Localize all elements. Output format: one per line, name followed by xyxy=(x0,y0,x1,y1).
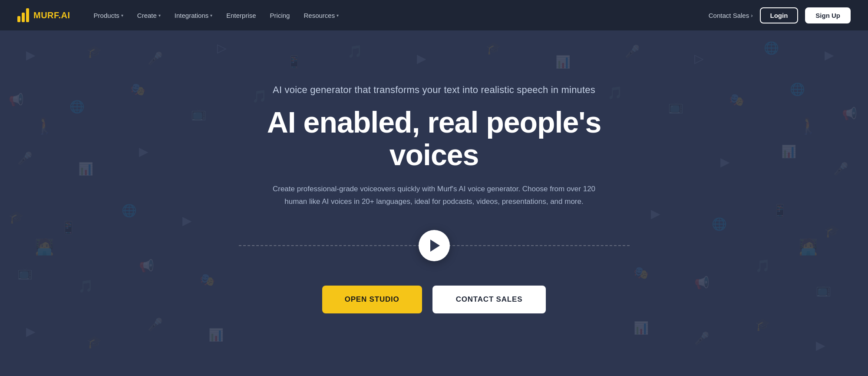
bg-icon: 🌐 xyxy=(790,82,805,96)
nav-item-products[interactable]: Products ▾ xyxy=(88,8,129,23)
logo[interactable]: MURF.AI xyxy=(17,8,70,22)
bg-icon: 📢 xyxy=(9,93,24,107)
bg-icon: 📊 xyxy=(634,321,649,335)
bg-icon: 🎤 xyxy=(694,331,710,346)
bg-icon: 🎵 xyxy=(78,279,93,293)
logo-bar-1 xyxy=(17,16,20,22)
bg-icon: 🌐 xyxy=(764,41,779,55)
bg-icon: 📢 xyxy=(139,259,154,273)
bg-icon: 🎓 xyxy=(755,317,770,332)
chevron-down-icon: ▾ xyxy=(210,13,212,18)
bg-icon: ▶ xyxy=(816,338,825,353)
play-button[interactable] xyxy=(419,230,450,261)
bg-icon: 🎤 xyxy=(17,151,33,166)
bg-icon: 📢 xyxy=(842,106,857,121)
bg-icon: 🎭 xyxy=(130,82,145,96)
logo-text: MURF.AI xyxy=(33,10,70,20)
bg-icon: 🌐 xyxy=(712,217,727,231)
chevron-down-icon: ▾ xyxy=(121,13,123,18)
hero-section: ▶ 🎓 🎤 ▷ 📱 🎵 ▶ 🎓 📊 🎤 ▷ 🌐 ▶ 📢 🌐 🎭 📺 🎵 🎵 📺 … xyxy=(0,30,868,376)
logo-bar-3 xyxy=(26,8,29,22)
bg-icon: 📺 xyxy=(816,283,831,297)
bg-icon: 🌐 xyxy=(122,203,137,218)
nav-item-create[interactable]: Create ▾ xyxy=(131,8,167,23)
nav-item-enterprise[interactable]: Enterprise xyxy=(220,8,262,23)
bg-icon: 🎓 xyxy=(9,210,24,224)
bg-icon: 📺 xyxy=(191,106,206,121)
bg-icon: 📺 xyxy=(17,266,33,280)
bg-icon: 🎤 xyxy=(148,51,163,66)
bg-icon: 📺 xyxy=(668,100,683,114)
bg-icon: 🚶 xyxy=(35,117,54,135)
play-area xyxy=(239,230,630,261)
bg-icon: 🎓 xyxy=(87,44,102,59)
bg-icon: 📊 xyxy=(781,144,796,159)
hero-title: AI enabled, real people's voices xyxy=(239,106,630,171)
bg-icon: 🎤 xyxy=(625,44,640,59)
hero-tagline: AI voice generator that transforms your … xyxy=(239,84,630,96)
bg-icon: 🧑‍💻 xyxy=(799,238,818,256)
bg-icon: 🚶 xyxy=(799,117,818,135)
nav-links: Products ▾ Create ▾ Integrations ▾ Enter… xyxy=(88,8,709,23)
bg-icon: ▶ xyxy=(825,48,834,62)
bg-icon: 🧑‍💻 xyxy=(35,238,54,256)
logo-bar-2 xyxy=(22,13,25,22)
bg-icon: 📢 xyxy=(694,276,710,290)
nav-item-integrations[interactable]: Integrations ▾ xyxy=(168,8,218,23)
nav-item-pricing[interactable]: Pricing xyxy=(264,8,296,23)
bg-icon: ▶ xyxy=(417,51,426,66)
bg-icon: 📱 xyxy=(61,220,76,235)
bg-icon: ▶ xyxy=(26,324,36,339)
play-triangle-icon xyxy=(430,240,440,252)
hero-content: AI voice generator that transforms your … xyxy=(239,84,630,313)
bg-icon: ▶ xyxy=(720,155,730,169)
arrow-right-icon: › xyxy=(751,12,752,19)
logo-icon xyxy=(17,8,29,22)
nav-right: Contact Sales › Login Sign Up xyxy=(709,7,851,23)
bg-icon: 🎓 xyxy=(486,41,501,55)
bg-icon: ▶ xyxy=(26,48,36,62)
chevron-down-icon: ▾ xyxy=(158,13,161,18)
bg-icon: 🎤 xyxy=(833,162,848,176)
hero-description: Create professional-grade voiceovers qui… xyxy=(265,183,604,208)
bg-icon: 🎵 xyxy=(755,259,770,273)
bg-icon: 🎓 xyxy=(87,335,102,349)
nav-item-resources[interactable]: Resources ▾ xyxy=(297,8,345,23)
bg-icon: 📊 xyxy=(208,328,224,342)
signup-button[interactable]: Sign Up xyxy=(805,7,851,23)
bg-icon: ▶ xyxy=(139,144,149,159)
bg-icon: ▷ xyxy=(217,41,227,55)
bg-icon: 📊 xyxy=(555,55,571,69)
bg-icon: 🎤 xyxy=(148,317,163,332)
bg-icon: 🎭 xyxy=(200,273,215,287)
bg-icon: 🌐 xyxy=(69,100,85,114)
navigation: MURF.AI Products ▾ Create ▾ Integrations… xyxy=(0,0,868,30)
bg-icon: 📱 xyxy=(772,203,788,218)
bg-icon: ▶ xyxy=(182,213,192,228)
contact-sales-button[interactable]: CONTACT SALES xyxy=(432,286,546,313)
bg-icon: ▶ xyxy=(651,206,660,221)
bg-icon: 🎵 xyxy=(347,44,363,59)
bg-icon: 📊 xyxy=(78,162,93,176)
bg-icon: 📱 xyxy=(287,55,302,69)
bg-icon: 🎭 xyxy=(729,93,744,107)
nav-contact-sales[interactable]: Contact Sales › xyxy=(709,12,753,19)
open-studio-button[interactable]: OPEN STUDIO xyxy=(322,286,422,313)
cta-buttons: OPEN STUDIO CONTACT SALES xyxy=(239,286,630,313)
bg-icon: 🎭 xyxy=(634,266,649,280)
login-button[interactable]: Login xyxy=(760,7,799,23)
bg-icon: ▷ xyxy=(694,51,704,66)
chevron-down-icon: ▾ xyxy=(337,13,339,18)
bg-icon: 🎓 xyxy=(825,224,840,238)
